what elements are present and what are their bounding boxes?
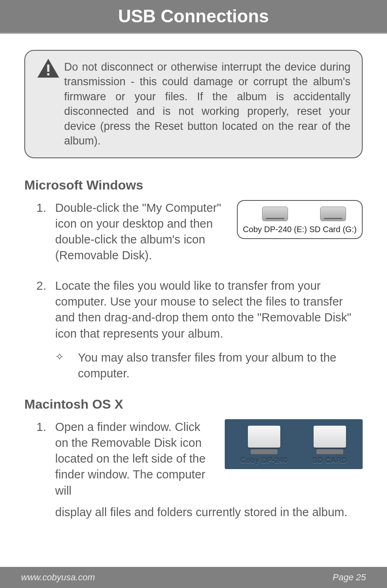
windows-drive-2-label: SD Card (G:) <box>309 224 357 234</box>
mac-heading: Macintosh OS X <box>24 397 363 412</box>
removable-disk-icon <box>262 207 288 221</box>
footer-url: www.cobyusa.com <box>21 572 95 583</box>
windows-subnote-text: You may also transfer files from your al… <box>78 350 363 381</box>
mac-step1-part1: Open a finder window. Click on the Remov… <box>55 420 206 497</box>
windows-drive-2: SD Card (G:) <box>309 207 357 234</box>
mac-disk-icon <box>248 426 280 448</box>
removable-disk-icon <box>320 207 346 221</box>
svg-rect-2 <box>47 73 49 75</box>
mac-drive-1: Coby DP-240 <box>240 426 288 465</box>
svg-rect-1 <box>47 65 49 72</box>
mac-disk-icon <box>314 426 346 448</box>
windows-step1-row: Double-click the "My Computer" icon on y… <box>24 200 363 278</box>
windows-drives-figure: Coby DP-240 (E:) SD Card (G:) <box>237 200 363 239</box>
mac-drives-figure: Coby DP-240 SD CARD <box>225 419 363 469</box>
windows-drive-1-label: Coby DP-240 (E:) <box>243 224 307 234</box>
mac-drive-1-label: Coby DP-240 <box>240 457 288 465</box>
mac-step1-row: Open a finder window. Click on the Remov… <box>24 419 363 507</box>
page-title: USB Connections <box>118 6 269 26</box>
mac-disk-base-icon <box>316 449 343 454</box>
page-footer: www.cobyusa.com Page 25 <box>0 567 387 588</box>
mac-drive-2: SD CARD <box>312 426 347 465</box>
diamond-bullet-icon: ✧ <box>55 351 64 363</box>
warning-note: Do not disconnect or otherwise interrupt… <box>24 50 363 158</box>
windows-step2: Locate the files you would like to trans… <box>49 278 363 342</box>
windows-step1: Double-click the "My Computer" icon on y… <box>49 200 230 264</box>
mac-step1-cont: display all files and folders currently … <box>55 504 363 520</box>
warning-icon <box>37 58 60 80</box>
windows-heading: Microsoft Windows <box>24 178 363 193</box>
windows-subnote: ✧ You may also transfer files from your … <box>55 350 363 381</box>
windows-drive-1: Coby DP-240 (E:) <box>243 207 307 234</box>
footer-page: Page 25 <box>333 572 366 583</box>
mac-drive-2-label: SD CARD <box>312 457 347 465</box>
mac-step1: Open a finder window. Click on the Remov… <box>49 419 215 499</box>
page-title-bar: USB Connections <box>0 0 387 34</box>
page-content: Do not disconnect or otherwise interrupt… <box>0 34 387 520</box>
mac-disk-base-icon <box>251 449 277 454</box>
warning-text: Do not disconnect or otherwise interrupt… <box>64 60 350 149</box>
